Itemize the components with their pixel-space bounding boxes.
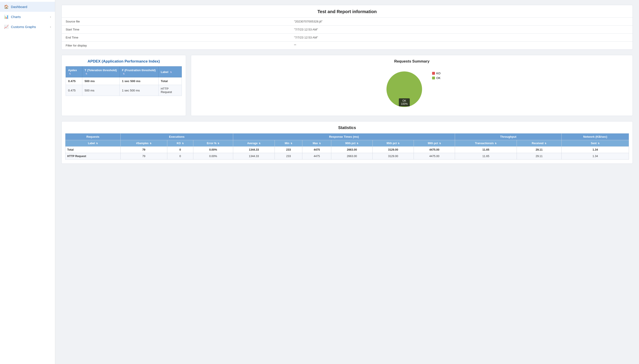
apdex-cell-label: HTTP Request <box>158 85 182 96</box>
sidebar-item-custom-graphs[interactable]: 📈 Customs Graphs ‹ <box>0 22 55 32</box>
stats-cell-received: 29.11 <box>517 146 562 153</box>
stats-cell-ko: 0 <box>167 153 193 160</box>
apdex-cell-apdex: 0.475 <box>66 85 82 96</box>
stats-row: Total 79 0 0.00% 1344.33 233 4475 2663.0… <box>66 146 629 153</box>
stats-sub-samples: #Samples ⇅ <box>120 140 167 146</box>
stats-cell-samples: 79 <box>120 146 167 153</box>
chevron-charts-icon: ‹ <box>50 15 51 18</box>
apdex-col-t: T (Toleration threshold) ⇅ <box>82 66 120 78</box>
report-row: End Time"7/7/23 12:53 AM" <box>62 34 632 42</box>
sidebar-item-charts[interactable]: 📊 Charts ‹ <box>0 12 55 22</box>
stats-row: HTTP Request 79 0 0.00% 1344.33 233 4475… <box>66 153 629 160</box>
stats-cell-min: 233 <box>275 153 302 160</box>
stats-cell-label: HTTP Request <box>66 153 120 160</box>
sidebar-item-charts-label: Charts <box>11 15 21 19</box>
stats-sub-label: Label ⇅ <box>66 140 120 146</box>
stats-sub-p90: 90th pct ⇅ <box>331 140 372 146</box>
pie-chart: OK 100% <box>383 68 426 110</box>
stats-cell-tps: 11.65 <box>455 153 517 160</box>
stats-cell-ko: 0 <box>167 146 193 153</box>
apdex-cell-t: 500 ms <box>82 85 120 96</box>
stats-cell-max: 4475 <box>302 146 331 153</box>
apdex-cell-label: Total <box>158 78 182 85</box>
stats-cell-error: 0.00% <box>193 153 233 160</box>
stats-sub-avg: Average ⇅ <box>233 140 274 146</box>
stats-group-header-row: Requests Executions Response Times (ms) … <box>66 134 629 140</box>
stats-cell-min: 233 <box>275 146 302 153</box>
apdex-row: 0.475 500 ms 1 sec 500 ms HTTP Request <box>66 85 182 96</box>
stats-sub-received: Received ⇅ <box>517 140 562 146</box>
statistics-title: Statistics <box>62 122 632 133</box>
report-title: Test and Report information <box>62 5 632 17</box>
stats-sub-max: Max ⇅ <box>302 140 331 146</box>
stats-cell-avg: 1344.33 <box>233 146 274 153</box>
apdex-col-apdex: Apdex ⇅ <box>66 66 82 78</box>
stats-cell-p90: 2663.00 <box>331 153 372 160</box>
apdex-cell-f: 1 sec 500 ms <box>120 78 158 85</box>
sidebar-item-dashboard-label: Dashboard <box>11 5 27 9</box>
report-row-value: "7/7/23 12:53 AM" <box>290 26 632 34</box>
requests-summary-card: Requests Summary OK 100% KO <box>191 55 633 116</box>
stats-cell-samples: 79 <box>120 153 167 160</box>
report-row-label: Filter for display <box>62 42 290 50</box>
stats-group-response-times: Response Times (ms) <box>233 134 455 140</box>
report-row-label: Start Time <box>62 26 290 34</box>
ko-color-swatch <box>432 72 435 75</box>
ok-color-swatch <box>432 76 435 80</box>
stats-cell-tps: 11.65 <box>455 146 517 153</box>
main-content: Test and Report information Source file"… <box>55 0 639 364</box>
stats-cell-max: 4475 <box>302 153 331 160</box>
report-info-card: Test and Report information Source file"… <box>62 5 633 50</box>
stats-cell-error: 0.00% <box>193 146 233 153</box>
stats-group-network: Network (KB/sec) <box>562 134 629 140</box>
stats-sub-p95: 95th pct ⇅ <box>372 140 414 146</box>
apdex-table: Apdex ⇅ T (Toleration threshold) ⇅ F (Fr… <box>66 66 182 96</box>
apdex-title: APDEX (Application Performance Index) <box>62 55 186 66</box>
statistics-table: Requests Executions Response Times (ms) … <box>65 133 629 160</box>
apdex-summary-row: APDEX (Application Performance Index) Ap… <box>62 55 633 116</box>
pie-svg <box>383 68 426 110</box>
apdex-cell-apdex: 0.475 <box>66 78 82 85</box>
sidebar-item-custom-graphs-label: Customs Graphs <box>11 25 36 29</box>
stats-cell-received: 29.11 <box>517 153 562 160</box>
stats-sub-header-row: Label ⇅ #Samples ⇅ KO ⇅ Error % ⇅ Averag… <box>66 140 629 146</box>
pie-ok-slice <box>386 72 422 107</box>
report-row-value: "" <box>290 42 632 50</box>
apdex-cell-f: 1 sec 500 ms <box>120 85 158 96</box>
custom-graphs-icon: 📈 <box>4 24 9 29</box>
report-table: Source file"20230707005328.jtl"Start Tim… <box>62 17 632 50</box>
stats-cell-sent: 1.34 <box>562 146 629 153</box>
stats-cell-p95: 3129.00 <box>372 146 414 153</box>
stats-cell-label: Total <box>66 146 120 153</box>
legend-ko-label: KO <box>436 72 440 75</box>
apdex-col-label: Label ⇅ <box>158 66 182 78</box>
report-row-label: Source file <box>62 18 290 26</box>
stats-sub-sent: Sent ⇅ <box>562 140 629 146</box>
stats-cell-avg: 1344.33 <box>233 153 274 160</box>
apdex-card: APDEX (Application Performance Index) Ap… <box>62 55 186 116</box>
stats-group-throughput: Throughput <box>455 134 562 140</box>
stats-group-requests: Requests <box>66 134 120 140</box>
stats-cell-sent: 1.34 <box>562 153 629 160</box>
stats-sub-p99: 99th pct ⇅ <box>414 140 455 146</box>
apdex-col-f: F (Frustration threshold) ⇅ <box>120 66 158 78</box>
pie-legend: KO OK <box>432 68 440 80</box>
legend-item-ok: OK <box>432 76 440 80</box>
legend-item-ko: KO <box>432 72 440 75</box>
report-row: Start Time"7/7/23 12:53 AM" <box>62 26 632 34</box>
pie-container: OK 100% KO OK <box>191 66 632 116</box>
stats-cell-p95: 3129.00 <box>372 153 414 160</box>
stats-group-executions: Executions <box>120 134 233 140</box>
charts-icon: 📊 <box>4 14 9 19</box>
stats-sub-min: Min ⇅ <box>275 140 302 146</box>
stats-cell-p99: 4475.00 <box>414 146 455 153</box>
statistics-card: Statistics Requests Executions Response … <box>62 121 633 164</box>
report-row-value: "7/7/23 12:53 AM" <box>290 34 632 42</box>
stats-sub-error: Error % ⇅ <box>193 140 233 146</box>
dashboard-icon: 🏠 <box>4 4 9 9</box>
sidebar-item-dashboard[interactable]: 🏠 Dashboard <box>0 2 55 12</box>
stats-sub-ko: KO ⇅ <box>167 140 193 146</box>
requests-summary-title: Requests Summary <box>191 55 632 66</box>
report-row: Source file"20230707005328.jtl" <box>62 18 632 26</box>
report-row-label: End Time <box>62 34 290 42</box>
